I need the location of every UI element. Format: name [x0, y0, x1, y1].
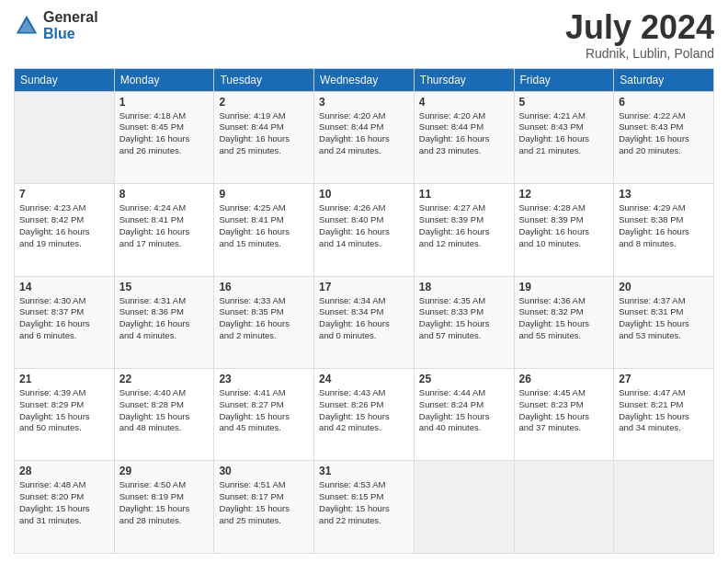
day-info: Sunrise: 4:48 AM Sunset: 8:20 PM Dayligh…	[19, 479, 109, 526]
day-info: Sunrise: 4:29 AM Sunset: 8:38 PM Dayligh…	[619, 202, 709, 249]
day-number: 9	[219, 188, 309, 201]
day-cell: 10Sunrise: 4:26 AM Sunset: 8:40 PM Dayli…	[314, 184, 415, 276]
day-cell: 1Sunrise: 4:18 AM Sunset: 8:45 PM Daylig…	[114, 91, 214, 183]
day-cell: 30Sunrise: 4:51 AM Sunset: 8:17 PM Dayli…	[214, 461, 314, 554]
day-number: 6	[619, 96, 709, 109]
day-cell: 3Sunrise: 4:20 AM Sunset: 8:44 PM Daylig…	[314, 91, 415, 183]
day-info: Sunrise: 4:31 AM Sunset: 8:36 PM Dayligh…	[119, 295, 210, 342]
day-info: Sunrise: 4:23 AM Sunset: 8:42 PM Dayligh…	[19, 202, 109, 249]
day-cell: 24Sunrise: 4:43 AM Sunset: 8:26 PM Dayli…	[314, 369, 415, 461]
day-number: 3	[319, 96, 409, 109]
day-number: 14	[19, 281, 109, 293]
day-cell: 17Sunrise: 4:34 AM Sunset: 8:34 PM Dayli…	[314, 276, 415, 368]
day-cell: 29Sunrise: 4:50 AM Sunset: 8:19 PM Dayli…	[114, 461, 214, 554]
day-info: Sunrise: 4:50 AM Sunset: 8:19 PM Dayligh…	[119, 479, 210, 526]
col-header-wednesday: Wednesday	[314, 68, 415, 91]
day-cell: 22Sunrise: 4:40 AM Sunset: 8:28 PM Dayli…	[114, 369, 214, 461]
day-number: 11	[419, 188, 509, 201]
day-number: 22	[119, 373, 210, 385]
day-info: Sunrise: 4:37 AM Sunset: 8:31 PM Dayligh…	[619, 295, 709, 342]
day-info: Sunrise: 4:51 AM Sunset: 8:17 PM Dayligh…	[219, 479, 309, 526]
day-cell: 11Sunrise: 4:27 AM Sunset: 8:39 PM Dayli…	[414, 184, 514, 276]
day-cell: 28Sunrise: 4:48 AM Sunset: 8:20 PM Dayli…	[15, 461, 115, 554]
day-cell: 8Sunrise: 4:24 AM Sunset: 8:41 PM Daylig…	[114, 184, 214, 276]
week-row-5: 28Sunrise: 4:48 AM Sunset: 8:20 PM Dayli…	[15, 461, 714, 554]
day-cell: 6Sunrise: 4:22 AM Sunset: 8:43 PM Daylig…	[614, 91, 714, 183]
day-number: 19	[519, 281, 609, 293]
logo-icon	[14, 13, 40, 39]
day-number: 17	[319, 281, 409, 293]
day-number: 13	[619, 188, 709, 201]
day-cell: 5Sunrise: 4:21 AM Sunset: 8:43 PM Daylig…	[514, 91, 614, 183]
logo: General Blue	[14, 9, 98, 41]
col-header-monday: Monday	[114, 68, 214, 91]
day-number: 28	[19, 465, 109, 477]
day-cell: 4Sunrise: 4:20 AM Sunset: 8:44 PM Daylig…	[414, 91, 514, 183]
day-number: 24	[319, 373, 409, 385]
day-info: Sunrise: 4:20 AM Sunset: 8:44 PM Dayligh…	[319, 110, 409, 157]
day-cell	[514, 461, 614, 554]
logo-blue: Blue	[43, 26, 98, 42]
day-info: Sunrise: 4:43 AM Sunset: 8:26 PM Dayligh…	[319, 387, 409, 434]
day-info: Sunrise: 4:27 AM Sunset: 8:39 PM Dayligh…	[419, 202, 509, 249]
day-info: Sunrise: 4:24 AM Sunset: 8:41 PM Dayligh…	[119, 202, 210, 249]
day-info: Sunrise: 4:35 AM Sunset: 8:33 PM Dayligh…	[419, 295, 509, 342]
day-cell: 16Sunrise: 4:33 AM Sunset: 8:35 PM Dayli…	[214, 276, 314, 368]
day-cell: 25Sunrise: 4:44 AM Sunset: 8:24 PM Dayli…	[414, 369, 514, 461]
page: General Blue July 2024 Rudnik, Lublin, P…	[0, 0, 728, 563]
day-number: 12	[519, 188, 609, 201]
day-cell: 7Sunrise: 4:23 AM Sunset: 8:42 PM Daylig…	[15, 184, 115, 276]
header: General Blue July 2024 Rudnik, Lublin, P…	[14, 9, 714, 61]
col-header-saturday: Saturday	[614, 68, 714, 91]
day-info: Sunrise: 4:41 AM Sunset: 8:27 PM Dayligh…	[219, 387, 309, 434]
day-number: 5	[519, 96, 609, 109]
col-header-friday: Friday	[514, 68, 614, 91]
day-info: Sunrise: 4:28 AM Sunset: 8:39 PM Dayligh…	[519, 202, 609, 249]
day-number: 4	[419, 96, 509, 109]
day-info: Sunrise: 4:20 AM Sunset: 8:44 PM Dayligh…	[419, 110, 509, 157]
day-cell: 2Sunrise: 4:19 AM Sunset: 8:44 PM Daylig…	[214, 91, 314, 183]
day-number: 15	[119, 281, 210, 293]
week-row-1: 1Sunrise: 4:18 AM Sunset: 8:45 PM Daylig…	[15, 91, 714, 183]
week-row-3: 14Sunrise: 4:30 AM Sunset: 8:37 PM Dayli…	[15, 276, 714, 368]
day-info: Sunrise: 4:26 AM Sunset: 8:40 PM Dayligh…	[319, 202, 409, 249]
logo-text: General Blue	[43, 9, 98, 41]
day-number: 25	[419, 373, 509, 385]
title-block: July 2024 Rudnik, Lublin, Poland	[565, 9, 714, 61]
week-row-2: 7Sunrise: 4:23 AM Sunset: 8:42 PM Daylig…	[15, 184, 714, 276]
day-info: Sunrise: 4:33 AM Sunset: 8:35 PM Dayligh…	[219, 295, 309, 342]
month-title: July 2024	[565, 9, 714, 46]
day-cell: 23Sunrise: 4:41 AM Sunset: 8:27 PM Dayli…	[214, 369, 314, 461]
day-info: Sunrise: 4:47 AM Sunset: 8:21 PM Dayligh…	[619, 387, 709, 434]
day-cell: 9Sunrise: 4:25 AM Sunset: 8:41 PM Daylig…	[214, 184, 314, 276]
day-info: Sunrise: 4:21 AM Sunset: 8:43 PM Dayligh…	[519, 110, 609, 157]
day-cell	[15, 91, 115, 183]
col-header-thursday: Thursday	[414, 68, 514, 91]
day-info: Sunrise: 4:36 AM Sunset: 8:32 PM Dayligh…	[519, 295, 609, 342]
calendar: SundayMondayTuesdayWednesdayThursdayFrid…	[14, 68, 714, 554]
day-cell: 15Sunrise: 4:31 AM Sunset: 8:36 PM Dayli…	[114, 276, 214, 368]
day-number: 26	[519, 373, 609, 385]
day-info: Sunrise: 4:30 AM Sunset: 8:37 PM Dayligh…	[19, 295, 109, 342]
day-cell: 19Sunrise: 4:36 AM Sunset: 8:32 PM Dayli…	[514, 276, 614, 368]
day-number: 8	[119, 188, 210, 201]
day-number: 20	[619, 281, 709, 293]
day-info: Sunrise: 4:22 AM Sunset: 8:43 PM Dayligh…	[619, 110, 709, 157]
day-number: 7	[19, 188, 109, 201]
day-cell	[414, 461, 514, 554]
day-cell: 31Sunrise: 4:53 AM Sunset: 8:15 PM Dayli…	[314, 461, 415, 554]
day-number: 2	[219, 96, 309, 109]
day-cell: 26Sunrise: 4:45 AM Sunset: 8:23 PM Dayli…	[514, 369, 614, 461]
day-cell	[614, 461, 714, 554]
day-info: Sunrise: 4:25 AM Sunset: 8:41 PM Dayligh…	[219, 202, 309, 249]
col-header-tuesday: Tuesday	[214, 68, 314, 91]
day-info: Sunrise: 4:19 AM Sunset: 8:44 PM Dayligh…	[219, 110, 309, 157]
day-number: 31	[319, 465, 409, 477]
day-number: 10	[319, 188, 409, 201]
day-info: Sunrise: 4:34 AM Sunset: 8:34 PM Dayligh…	[319, 295, 409, 342]
day-cell: 13Sunrise: 4:29 AM Sunset: 8:38 PM Dayli…	[614, 184, 714, 276]
header-row: SundayMondayTuesdayWednesdayThursdayFrid…	[15, 68, 714, 91]
day-number: 16	[219, 281, 309, 293]
day-cell: 18Sunrise: 4:35 AM Sunset: 8:33 PM Dayli…	[414, 276, 514, 368]
day-info: Sunrise: 4:44 AM Sunset: 8:24 PM Dayligh…	[419, 387, 509, 434]
